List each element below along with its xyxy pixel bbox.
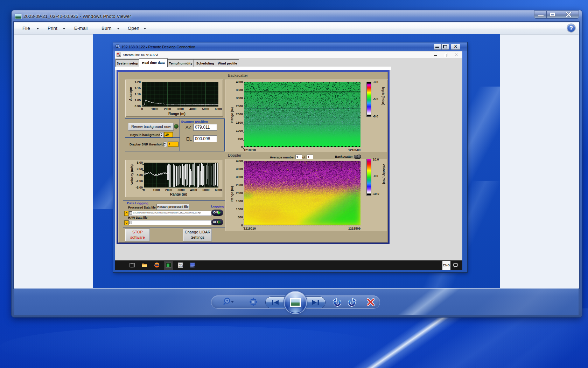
svg-text:sched: sched — [178, 265, 183, 267]
